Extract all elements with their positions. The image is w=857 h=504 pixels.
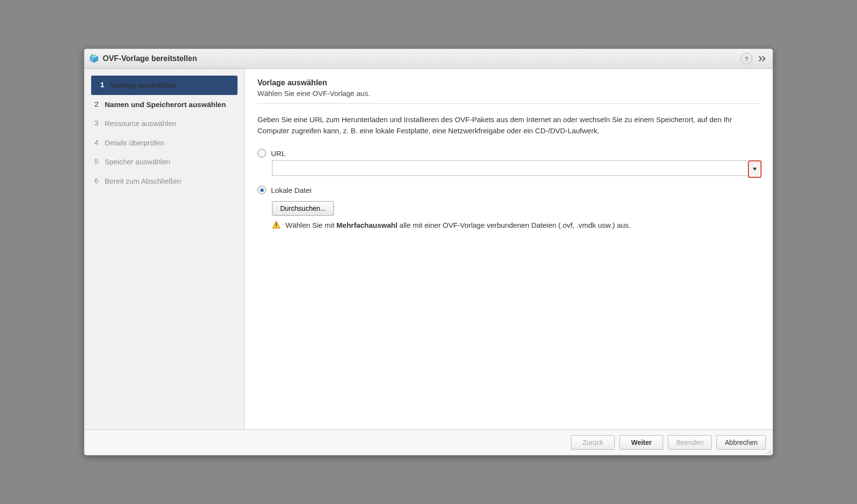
step-select-storage: 5 Speicher auswählen [84, 152, 244, 172]
warning-icon [272, 220, 281, 229]
svg-rect-7 [276, 226, 277, 227]
step-ready-complete: 6 Bereit zum Abschließen [84, 172, 244, 191]
hint-post: alle mit einer OVF-Vorlage verbundenen D… [397, 221, 631, 229]
svg-point-13 [770, 453, 771, 454]
page-heading: Vorlage auswählen [257, 79, 760, 87]
svg-point-10 [770, 451, 771, 452]
browse-button[interactable]: Durchsuchen... [272, 201, 334, 216]
hint-pre: Wählen Sie mit [286, 221, 336, 229]
dialog-footer: Zurück Weiter Beenden Abbrechen [84, 429, 773, 455]
svg-point-11 [766, 453, 767, 454]
step-review-details: 4 Details überprüfen [84, 133, 244, 153]
ovf-package-icon: + [89, 54, 99, 63]
svg-marker-4 [753, 168, 757, 171]
divider [257, 103, 760, 104]
svg-rect-6 [276, 223, 277, 226]
wizard-main: Vorlage auswählen Wählen Sie eine OVF-Vo… [245, 69, 773, 429]
radio-url-label[interactable]: URL [271, 149, 286, 158]
svg-point-8 [770, 449, 771, 450]
step-select-resource: 3 Ressource auswählen [84, 114, 244, 133]
radio-url[interactable] [257, 149, 266, 158]
dialog-body: 1 Vorlage auswählen 2 Namen und Speicher… [84, 69, 773, 429]
step-select-name-location[interactable]: 2 Namen und Speicherort auswählen [84, 95, 244, 114]
expand-icon[interactable] [757, 53, 768, 64]
step-select-template[interactable]: 1 Vorlage auswählen [91, 76, 238, 95]
option-local-row: Lokale Datei [257, 186, 760, 194]
finish-button: Beenden [668, 435, 712, 450]
titlebar: + OVF-Vorlage bereitstellen ? [84, 49, 773, 69]
wizard-sidebar: 1 Vorlage auswählen 2 Namen und Speicher… [84, 69, 245, 429]
next-button[interactable]: Weiter [619, 435, 663, 450]
page-description: Geben Sie eine URL zum Herunterladen und… [257, 114, 760, 136]
url-input[interactable] [272, 160, 748, 176]
multiselect-hint: Wählen Sie mit Mehrfachauswahl alle mit … [272, 220, 760, 229]
url-dropdown-button[interactable] [748, 160, 762, 178]
svg-text:+: + [91, 54, 93, 57]
page-subtitle: Wählen Sie eine OVF-Vorlage aus. [257, 89, 760, 97]
url-field [272, 160, 762, 178]
radio-local-file-label[interactable]: Lokale Datei [271, 186, 311, 194]
radio-local-file[interactable] [257, 186, 266, 194]
option-url-row: URL [257, 149, 760, 158]
ovf-deploy-dialog: + OVF-Vorlage bereitstellen ? 1 Vorlage … [84, 48, 773, 456]
svg-point-12 [768, 453, 769, 454]
help-icon[interactable]: ? [741, 53, 752, 64]
resize-grip-icon[interactable] [765, 447, 772, 454]
window-title: OVF-Vorlage bereitstellen [103, 54, 197, 63]
svg-point-9 [768, 451, 769, 452]
cancel-button[interactable]: Abbrechen [716, 435, 766, 450]
hint-bold: Mehrfachauswahl [336, 221, 397, 229]
back-button: Zurück [571, 435, 615, 450]
